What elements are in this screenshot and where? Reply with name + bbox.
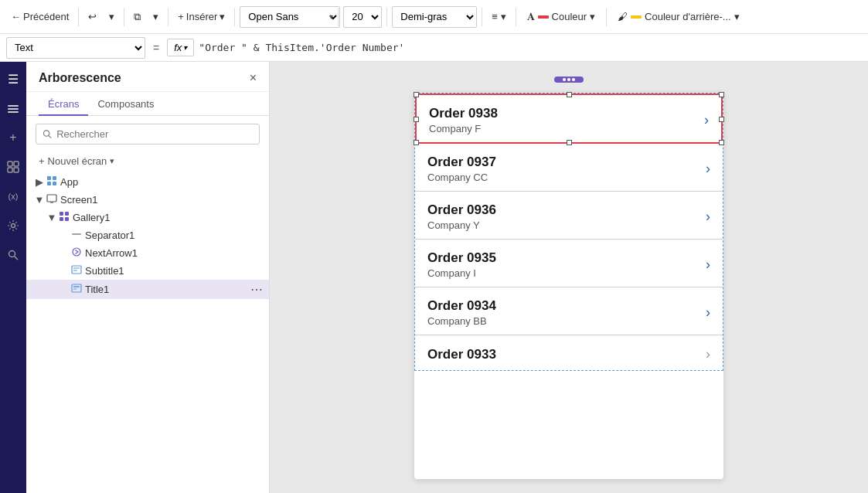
insert-label: Insérer	[186, 11, 217, 22]
undo-dropdown-button[interactable]: ▾	[104, 8, 119, 26]
gallery-icon	[59, 211, 70, 224]
tree-item-more-button[interactable]: ⋯	[250, 282, 263, 297]
svg-rect-2	[8, 111, 19, 113]
gallery-item-0[interactable]: Order 0938 Company F ›	[415, 94, 723, 144]
formula-input[interactable]	[199, 42, 862, 53]
svg-rect-3	[8, 162, 12, 166]
separator-icon	[71, 229, 82, 242]
search-input[interactable]	[56, 128, 253, 140]
svg-line-9	[15, 257, 18, 260]
handle-tr[interactable]	[719, 92, 724, 97]
divider-9	[606, 8, 607, 26]
font-weight-select[interactable]: Demi-gras	[392, 6, 477, 28]
gallery-item-subtitle-1: Company CC	[427, 172, 706, 183]
sidebar: Arborescence × Écrans Composants + Nouve…	[26, 62, 270, 493]
divider-8	[516, 8, 516, 26]
gallery-item-1[interactable]: Order 0937 Company CC ›	[415, 144, 723, 192]
font-size-select[interactable]: 20	[343, 6, 382, 28]
hamburger-icon[interactable]: ☰	[2, 68, 24, 90]
gallery-item-3[interactable]: Order 0935 Company I ›	[415, 240, 723, 287]
variables-icon[interactable]: (x)	[2, 185, 24, 207]
bg-color-label: Couleur d'arrière-...	[645, 11, 731, 22]
gallery-item-4[interactable]: Order 0934 Company BB ›	[415, 287, 723, 335]
tree-label-screen1: Screen1	[60, 194, 263, 206]
gallery-arrow-2: ›	[706, 209, 710, 225]
gallery-container[interactable]: Order 0938 Company F › Order 0937 Compan…	[414, 93, 723, 371]
settings-icon[interactable]	[2, 215, 24, 236]
copy-dropdown-button[interactable]: ▾	[148, 8, 163, 26]
gallery-item-5[interactable]: Order 0933 ›	[415, 335, 723, 370]
search-icon	[43, 129, 52, 139]
tree-item-subtitle1[interactable]: ▶ Subtitle1	[26, 262, 269, 280]
new-screen-button[interactable]: + Nouvel écran ▾	[29, 152, 269, 170]
insert-button[interactable]: + Insérer ▾	[173, 8, 230, 26]
font-select[interactable]: Open Sans	[240, 6, 340, 28]
handle-bm[interactable]	[567, 140, 572, 145]
svg-point-8	[9, 251, 15, 257]
screen-icon	[46, 193, 57, 206]
app-icon	[46, 175, 57, 189]
tree-item-screen1[interactable]: ▼ Screen1	[26, 191, 269, 209]
bg-color-swatch	[631, 15, 642, 19]
property-select[interactable]: Text	[6, 37, 145, 59]
handle-dot-1	[563, 78, 566, 81]
color-button[interactable]: 𝐀 Couleur ▾	[521, 8, 602, 26]
gallery-item-content-0: Order 0938 Company F	[429, 106, 704, 134]
handle-tm[interactable]	[567, 92, 572, 97]
gallery-item-content-2: Order 0936 Company Y	[427, 202, 706, 231]
search-bottom-icon[interactable]	[2, 244, 24, 266]
new-screen-chevron-icon: ▾	[110, 156, 114, 166]
svg-rect-6	[14, 168, 19, 172]
gallery-item-2[interactable]: Order 0936 Company Y ›	[415, 192, 723, 240]
svg-rect-24	[72, 266, 81, 274]
handle-bl[interactable]	[414, 140, 419, 145]
fx-label: fx	[174, 42, 182, 53]
svg-rect-12	[47, 176, 51, 180]
canvas-area: Order 0938 Company F › Order 0937 Compan…	[270, 62, 868, 493]
bg-color-button[interactable]: 🖌 Couleur d'arrière-... ▾	[611, 8, 746, 25]
handle-ml[interactable]	[414, 117, 419, 122]
data-icon[interactable]	[2, 156, 24, 178]
tree-item-title1[interactable]: ▶ Title1 ⋯	[26, 280, 269, 299]
handle-br[interactable]	[719, 140, 724, 145]
tree-toggle-screen1: ▼	[32, 194, 46, 206]
phone-frame: Order 0938 Company F › Order 0937 Compan…	[414, 93, 723, 479]
gallery-item-title-1: Order 0937	[427, 155, 706, 170]
tree-item-separator1[interactable]: ▶ Separator1	[26, 226, 269, 244]
undo-button[interactable]: ↩	[83, 8, 101, 26]
gallery-item-content-1: Order 0937 Company CC	[427, 155, 706, 183]
handle-tl[interactable]	[414, 92, 419, 97]
tree-label-gallery1: Gallery1	[73, 212, 263, 223]
tree-label-title1: Title1	[85, 284, 250, 295]
gallery-item-subtitle-2: Company Y	[427, 219, 706, 231]
sidebar-search-box	[36, 124, 260, 144]
tab-components[interactable]: Composants	[88, 92, 163, 116]
align-button[interactable]: ≡ ▾	[487, 8, 510, 26]
main-toolbar: ← Précédent ↩ ▾ ⧉ ▾ + Insérer ▾ Open San…	[0, 0, 868, 34]
tab-screens[interactable]: Écrans	[39, 92, 88, 116]
fx-button[interactable]: fx ▾	[167, 39, 194, 56]
handle-dot-3	[572, 78, 575, 81]
handle-mr[interactable]	[719, 117, 724, 122]
layers-icon[interactable]	[2, 97, 24, 119]
svg-rect-1	[8, 108, 19, 110]
gallery-item-content-4: Order 0934 Company BB	[427, 298, 706, 327]
gallery-drag-handle[interactable]	[554, 76, 584, 83]
tree-item-nextarrow1[interactable]: ▶ NextArrow1	[26, 244, 269, 262]
divider-1	[78, 8, 79, 26]
svg-rect-22	[72, 233, 81, 235]
back-arrow-icon: ←	[11, 11, 21, 22]
gallery-item-subtitle-3: Company I	[427, 267, 706, 279]
svg-rect-19	[65, 212, 69, 216]
svg-rect-15	[53, 182, 56, 185]
sidebar-header: Arborescence ×	[26, 62, 269, 92]
add-icon[interactable]: +	[2, 127, 24, 148]
gallery-arrow-1: ›	[706, 161, 710, 177]
sidebar-close-button[interactable]: ×	[250, 71, 257, 85]
tree-item-app[interactable]: ▶ App	[26, 173, 269, 191]
color-label: Couleur	[552, 11, 587, 22]
back-button[interactable]: ← Précédent	[6, 8, 73, 26]
tree-item-gallery1[interactable]: ▼ Gallery1	[26, 209, 269, 226]
svg-rect-5	[8, 168, 12, 172]
copy-button[interactable]: ⧉	[129, 8, 145, 26]
